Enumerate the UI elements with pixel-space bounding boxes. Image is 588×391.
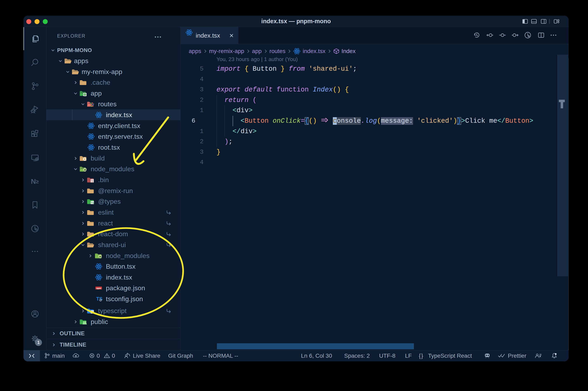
svg-text:npm: npm: [96, 287, 101, 289]
svg-text:JS: JS: [84, 169, 86, 171]
svg-text:10: 10: [91, 181, 93, 183]
svg-text:TS: TS: [91, 201, 94, 204]
svg-text:≥: ≥: [36, 179, 39, 185]
svg-text:TS: TS: [91, 311, 94, 313]
svg-text:N: N: [31, 177, 36, 185]
svg-text:JS: JS: [99, 256, 101, 258]
